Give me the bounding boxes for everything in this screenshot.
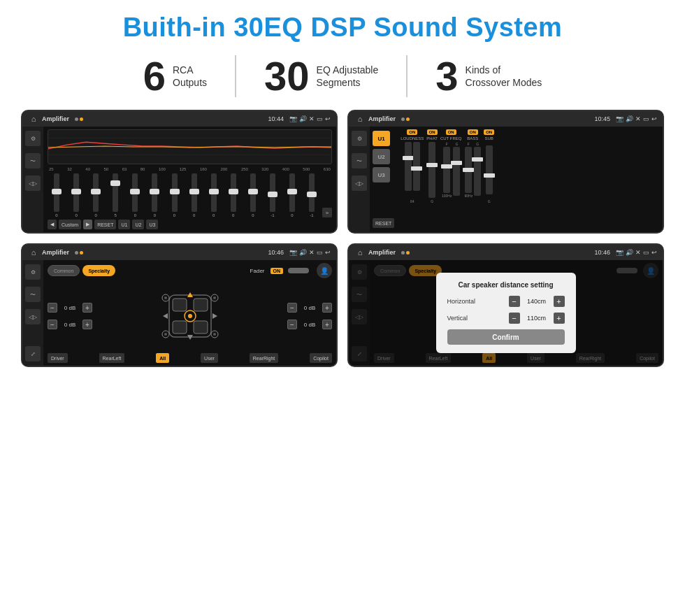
slider-track-12[interactable]	[270, 173, 275, 212]
slider-val-14: -1	[310, 213, 313, 217]
driver-btn[interactable]: Driver	[48, 353, 68, 363]
common-mode-btn[interactable]: Common	[48, 265, 80, 276]
screen3-home-icon[interactable]: ⌂	[28, 247, 39, 258]
vol-br-minus[interactable]: −	[287, 320, 297, 329]
vertical-plus-btn[interactable]: +	[554, 313, 565, 324]
back-icon[interactable]: ↩	[325, 115, 331, 122]
sub-slider[interactable]	[486, 145, 493, 194]
slider-track-1[interactable]	[54, 173, 59, 212]
stat-eq: 30 EQ AdjustableSegments	[236, 56, 406, 96]
phat-slider[interactable]	[428, 142, 435, 198]
specialty-mode-btn[interactable]: Specialty	[82, 265, 115, 276]
s2-reset-btn[interactable]: RESET	[373, 218, 394, 228]
fader-on-badge[interactable]: ON	[271, 268, 284, 274]
s2-wave-btn[interactable]: 〜	[352, 153, 367, 169]
slider-val-11: 0	[252, 213, 254, 217]
screen2-title: Amplifier	[368, 115, 396, 122]
eq-filter-btn[interactable]: ⚙	[25, 131, 41, 146]
screen3-time: 10:46	[268, 249, 284, 256]
vol-tl-minus[interactable]: −	[48, 303, 57, 313]
s3-expand-btn[interactable]: ⤢	[25, 346, 41, 361]
s3-wave-btn[interactable]: 〜	[25, 287, 41, 302]
slider-track-10[interactable]	[231, 173, 236, 212]
slider-track-8[interactable]	[192, 173, 197, 212]
stat-eq-text: EQ AdjustableSegments	[317, 64, 379, 89]
vol-br-val: 0 dB	[299, 322, 320, 328]
all-btn[interactable]: All	[156, 353, 169, 363]
eq-u3-btn[interactable]: U3	[146, 220, 158, 229]
fader-top-bar: Common Specialty Fader ON 👤	[48, 263, 332, 278]
horizontal-value: 140cm	[523, 298, 551, 305]
u3-btn[interactable]: U3	[373, 167, 390, 182]
screen3-status-bar: ⌂ Amplifier 10:46 📷 🔊 ✕ ▭ ↩	[22, 245, 336, 260]
svg-rect-4	[173, 299, 187, 311]
vol-bl-plus[interactable]: +	[82, 320, 92, 329]
vol-br-plus[interactable]: +	[322, 320, 332, 329]
bass-slider1[interactable]	[465, 147, 472, 193]
screen3-sidebar: ⚙ 〜 ◁▷ ⤢	[22, 260, 43, 366]
s3-camera-icon: 📷	[289, 249, 297, 256]
slider-track-3[interactable]	[93, 173, 99, 212]
s4-back-icon[interactable]: ↩	[651, 249, 657, 256]
eq-play-btn[interactable]: ▶	[83, 220, 92, 229]
cutfreq-slider1[interactable]	[443, 147, 450, 193]
slider-track-14[interactable]	[309, 173, 315, 212]
vol-tr-minus[interactable]: −	[287, 303, 297, 313]
eq-vol-btn[interactable]: ◁▷	[25, 176, 41, 191]
home-icon[interactable]: ⌂	[28, 113, 39, 124]
s2-vol-btn[interactable]: ◁▷	[352, 176, 367, 191]
s2-camera-icon: 📷	[616, 115, 623, 122]
user-btn[interactable]: User	[201, 353, 218, 363]
slider-track-11[interactable]	[250, 173, 256, 212]
copilot-btn[interactable]: Copilot	[310, 353, 332, 363]
eq-more-btn[interactable]: »	[322, 208, 332, 217]
loudness-slider2[interactable]	[413, 142, 420, 191]
horizontal-plus-btn[interactable]: +	[554, 296, 565, 307]
screen1-icons: 📷 🔊 ✕ ▭ ↩	[289, 115, 331, 122]
cutfreq-slider2[interactable]	[453, 147, 460, 196]
screen4-dot2	[406, 251, 410, 255]
slider-val-1: 0	[55, 213, 57, 217]
rearright-btn[interactable]: RearRight	[250, 353, 279, 363]
rect-icon: ▭	[317, 115, 323, 122]
s3-vol-btn[interactable]: ◁▷	[25, 309, 41, 324]
vol-bl-minus[interactable]: −	[48, 320, 57, 329]
s2-filter-btn[interactable]: ⚙	[352, 131, 367, 146]
screen2-home-icon[interactable]: ⌂	[354, 113, 366, 124]
fader-settings-icon[interactable]: 👤	[317, 263, 332, 278]
eq-u1-btn[interactable]: U1	[118, 220, 130, 229]
bass-slider2[interactable]	[474, 147, 481, 196]
slider-track-4[interactable]	[113, 173, 118, 212]
slider-track-5[interactable]	[132, 173, 138, 212]
eq-u2-btn[interactable]: U2	[132, 220, 144, 229]
freq-100: 100	[159, 167, 166, 171]
main-title: Buith-in 30EQ DSP Sound System	[21, 13, 664, 43]
vol-tl-plus[interactable]: +	[82, 303, 92, 313]
horizontal-minus-btn[interactable]: −	[509, 296, 520, 307]
rearleft-btn[interactable]: RearLeft	[99, 353, 125, 363]
bass-on: ON	[468, 129, 478, 135]
slider-track-2[interactable]	[73, 173, 79, 212]
svg-rect-5	[194, 299, 208, 311]
eq-prev-btn[interactable]: ◀	[48, 220, 57, 229]
slider-track-9[interactable]	[211, 173, 217, 212]
slider-track-6[interactable]	[152, 173, 157, 212]
slider-col-12: -1	[264, 173, 282, 217]
s2-back-icon[interactable]: ↩	[651, 115, 657, 122]
vertical-minus-btn[interactable]: −	[509, 313, 520, 324]
fader-slider-bar[interactable]	[288, 268, 309, 273]
eq-wave-btn[interactable]: 〜	[25, 153, 41, 169]
u2-btn[interactable]: U2	[373, 149, 390, 164]
slider-col-14: -1	[303, 173, 321, 217]
eq-reset-btn[interactable]: RESET	[94, 220, 116, 229]
slider-track-13[interactable]	[289, 173, 295, 212]
slider-track-7[interactable]	[172, 173, 178, 212]
screen4-home-icon[interactable]: ⌂	[354, 247, 366, 258]
u1-btn[interactable]: U1	[373, 131, 390, 146]
confirm-button[interactable]: Confirm	[447, 329, 565, 345]
s3-back-icon[interactable]: ↩	[325, 249, 331, 256]
svg-rect-6	[173, 321, 187, 334]
screen-eq: ⌂ Amplifier 10:44 📷 🔊 ✕ ▭ ↩ ⚙ 〜	[21, 110, 338, 234]
vol-tr-plus[interactable]: +	[322, 303, 332, 313]
s3-filter-btn[interactable]: ⚙	[25, 264, 41, 280]
